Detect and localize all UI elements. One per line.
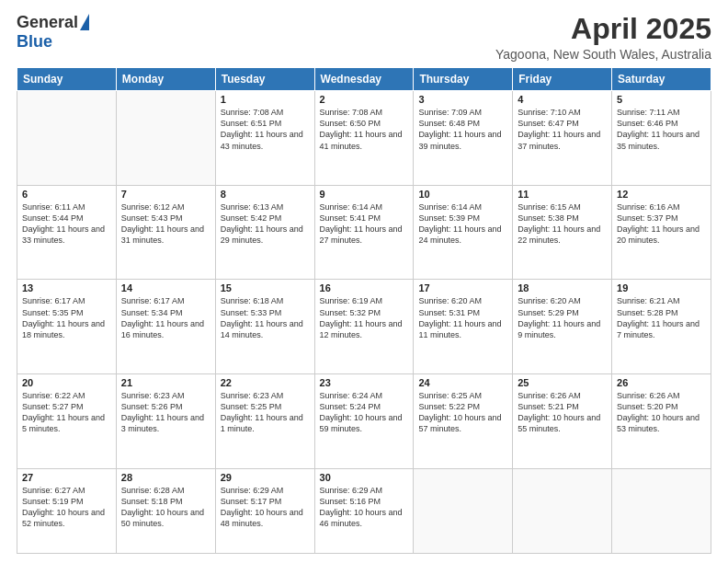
calendar-cell: 7Sunrise: 6:12 AM Sunset: 5:43 PM Daylig… xyxy=(116,185,215,280)
day-info: Sunrise: 6:22 AM Sunset: 5:27 PM Dayligh… xyxy=(22,390,111,435)
day-number: 9 xyxy=(320,189,409,200)
day-info: Sunrise: 6:13 AM Sunset: 5:42 PM Dayligh… xyxy=(221,201,310,247)
day-number: 27 xyxy=(22,472,111,483)
day-number: 24 xyxy=(418,377,507,388)
day-number: 16 xyxy=(320,282,409,293)
calendar-cell: 27Sunrise: 6:27 AM Sunset: 5:19 PM Dayli… xyxy=(17,468,117,553)
calendar-cell xyxy=(17,91,117,186)
day-info: Sunrise: 6:29 AM Sunset: 5:16 PM Dayligh… xyxy=(320,485,409,530)
calendar-cell: 24Sunrise: 6:25 AM Sunset: 5:22 PM Dayli… xyxy=(414,374,513,469)
weekday-header-row: SundayMondayTuesdayWednesdayThursdayFrid… xyxy=(17,68,711,91)
calendar-cell: 14Sunrise: 6:17 AM Sunset: 5:34 PM Dayli… xyxy=(116,280,215,374)
week-row-4: 20Sunrise: 6:22 AM Sunset: 5:27 PM Dayli… xyxy=(17,374,711,469)
calendar: SundayMondayTuesdayWednesdayThursdayFrid… xyxy=(17,67,711,554)
day-number: 26 xyxy=(617,377,706,388)
day-info: Sunrise: 7:09 AM Sunset: 6:48 PM Dayligh… xyxy=(418,107,507,152)
day-info: Sunrise: 6:20 AM Sunset: 5:31 PM Dayligh… xyxy=(418,295,507,340)
calendar-cell: 25Sunrise: 6:26 AM Sunset: 5:21 PM Dayli… xyxy=(513,374,612,469)
logo: General Blue xyxy=(17,13,89,52)
logo-general: General xyxy=(17,13,78,32)
calendar-cell: 10Sunrise: 6:14 AM Sunset: 5:39 PM Dayli… xyxy=(414,185,513,280)
week-row-3: 13Sunrise: 6:17 AM Sunset: 5:35 PM Dayli… xyxy=(17,280,711,374)
calendar-cell: 23Sunrise: 6:24 AM Sunset: 5:24 PM Dayli… xyxy=(314,374,414,469)
calendar-cell xyxy=(116,91,215,186)
day-number: 4 xyxy=(518,94,607,105)
week-row-2: 6Sunrise: 6:11 AM Sunset: 5:44 PM Daylig… xyxy=(17,185,711,280)
calendar-cell: 22Sunrise: 6:23 AM Sunset: 5:25 PM Dayli… xyxy=(215,374,314,469)
day-info: Sunrise: 6:18 AM Sunset: 5:33 PM Dayligh… xyxy=(221,295,310,340)
day-info: Sunrise: 7:08 AM Sunset: 6:51 PM Dayligh… xyxy=(221,107,310,152)
page: General Blue April 2025 Yagoona, New Sou… xyxy=(0,0,728,563)
weekday-header-sunday: Sunday xyxy=(17,68,117,91)
day-info: Sunrise: 6:14 AM Sunset: 5:39 PM Dayligh… xyxy=(418,201,507,247)
day-number: 29 xyxy=(221,472,310,483)
day-info: Sunrise: 6:12 AM Sunset: 5:43 PM Dayligh… xyxy=(121,201,210,247)
day-info: Sunrise: 6:14 AM Sunset: 5:41 PM Dayligh… xyxy=(320,201,409,247)
calendar-cell: 13Sunrise: 6:17 AM Sunset: 5:35 PM Dayli… xyxy=(17,280,117,374)
calendar-cell: 15Sunrise: 6:18 AM Sunset: 5:33 PM Dayli… xyxy=(215,280,314,374)
day-info: Sunrise: 6:11 AM Sunset: 5:44 PM Dayligh… xyxy=(22,201,111,247)
calendar-cell xyxy=(414,468,513,553)
day-number: 6 xyxy=(22,189,111,200)
day-number: 22 xyxy=(221,377,310,388)
calendar-cell: 16Sunrise: 6:19 AM Sunset: 5:32 PM Dayli… xyxy=(314,280,414,374)
day-number: 12 xyxy=(617,189,706,200)
calendar-cell xyxy=(513,468,612,553)
calendar-cell: 1Sunrise: 7:08 AM Sunset: 6:51 PM Daylig… xyxy=(215,91,314,186)
calendar-cell: 5Sunrise: 7:11 AM Sunset: 6:46 PM Daylig… xyxy=(612,91,711,186)
logo-triangle-icon xyxy=(80,14,89,30)
calendar-cell: 11Sunrise: 6:15 AM Sunset: 5:38 PM Dayli… xyxy=(513,185,612,280)
day-info: Sunrise: 6:19 AM Sunset: 5:32 PM Dayligh… xyxy=(320,295,409,340)
day-info: Sunrise: 6:25 AM Sunset: 5:22 PM Dayligh… xyxy=(418,390,507,435)
day-info: Sunrise: 6:26 AM Sunset: 5:20 PM Dayligh… xyxy=(617,390,706,435)
title-block: April 2025 Yagoona, New South Wales, Aus… xyxy=(495,13,711,62)
day-number: 18 xyxy=(518,282,607,293)
day-number: 19 xyxy=(617,282,706,293)
day-info: Sunrise: 6:16 AM Sunset: 5:37 PM Dayligh… xyxy=(617,201,706,247)
day-info: Sunrise: 6:21 AM Sunset: 5:28 PM Dayligh… xyxy=(617,295,706,340)
day-info: Sunrise: 6:23 AM Sunset: 5:25 PM Dayligh… xyxy=(221,390,310,435)
calendar-cell: 3Sunrise: 7:09 AM Sunset: 6:48 PM Daylig… xyxy=(414,91,513,186)
day-number: 5 xyxy=(617,94,706,105)
calendar-cell: 4Sunrise: 7:10 AM Sunset: 6:47 PM Daylig… xyxy=(513,91,612,186)
day-info: Sunrise: 6:17 AM Sunset: 5:35 PM Dayligh… xyxy=(22,295,111,340)
day-number: 10 xyxy=(418,189,507,200)
calendar-cell xyxy=(612,468,711,553)
day-number: 3 xyxy=(418,94,507,105)
calendar-cell: 12Sunrise: 6:16 AM Sunset: 5:37 PM Dayli… xyxy=(612,185,711,280)
day-info: Sunrise: 6:28 AM Sunset: 5:18 PM Dayligh… xyxy=(121,485,210,530)
day-info: Sunrise: 6:24 AM Sunset: 5:24 PM Dayligh… xyxy=(320,390,409,435)
calendar-cell: 21Sunrise: 6:23 AM Sunset: 5:26 PM Dayli… xyxy=(116,374,215,469)
day-number: 7 xyxy=(121,189,210,200)
day-number: 15 xyxy=(221,282,310,293)
week-row-5: 27Sunrise: 6:27 AM Sunset: 5:19 PM Dayli… xyxy=(17,468,711,553)
day-info: Sunrise: 7:08 AM Sunset: 6:50 PM Dayligh… xyxy=(320,107,409,152)
day-info: Sunrise: 6:23 AM Sunset: 5:26 PM Dayligh… xyxy=(121,390,210,435)
calendar-cell: 18Sunrise: 6:20 AM Sunset: 5:29 PM Dayli… xyxy=(513,280,612,374)
week-row-1: 1Sunrise: 7:08 AM Sunset: 6:51 PM Daylig… xyxy=(17,91,711,186)
top-header: General Blue April 2025 Yagoona, New Sou… xyxy=(17,13,711,62)
day-info: Sunrise: 7:11 AM Sunset: 6:46 PM Dayligh… xyxy=(617,107,706,152)
weekday-header-thursday: Thursday xyxy=(414,68,513,91)
day-number: 30 xyxy=(320,472,409,483)
weekday-header-friday: Friday xyxy=(513,68,612,91)
day-number: 1 xyxy=(221,94,310,105)
day-info: Sunrise: 6:26 AM Sunset: 5:21 PM Dayligh… xyxy=(518,390,607,435)
calendar-cell: 29Sunrise: 6:29 AM Sunset: 5:17 PM Dayli… xyxy=(215,468,314,553)
day-number: 8 xyxy=(221,189,310,200)
day-number: 21 xyxy=(121,377,210,388)
day-number: 13 xyxy=(22,282,111,293)
calendar-cell: 28Sunrise: 6:28 AM Sunset: 5:18 PM Dayli… xyxy=(116,468,215,553)
calendar-cell: 9Sunrise: 6:14 AM Sunset: 5:41 PM Daylig… xyxy=(314,185,414,280)
logo-text: General xyxy=(17,13,89,32)
day-number: 25 xyxy=(518,377,607,388)
day-info: Sunrise: 6:15 AM Sunset: 5:38 PM Dayligh… xyxy=(518,201,607,247)
weekday-header-monday: Monday xyxy=(116,68,215,91)
calendar-cell: 8Sunrise: 6:13 AM Sunset: 5:42 PM Daylig… xyxy=(215,185,314,280)
day-number: 2 xyxy=(320,94,409,105)
day-info: Sunrise: 7:10 AM Sunset: 6:47 PM Dayligh… xyxy=(518,107,607,152)
day-number: 17 xyxy=(418,282,507,293)
day-info: Sunrise: 6:20 AM Sunset: 5:29 PM Dayligh… xyxy=(518,295,607,340)
day-number: 23 xyxy=(320,377,409,388)
day-number: 11 xyxy=(518,189,607,200)
